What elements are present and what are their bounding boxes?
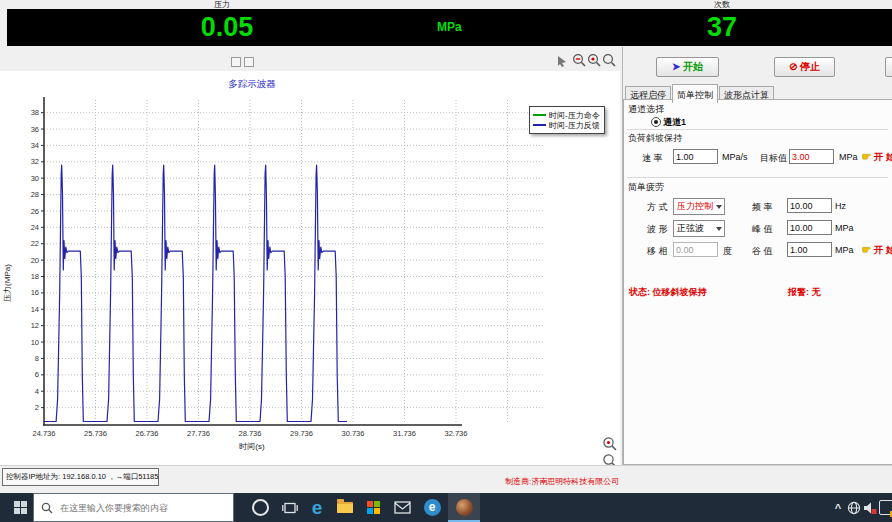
svg-text:24: 24 [31, 223, 39, 232]
peak-input[interactable] [787, 220, 832, 235]
volume-button[interactable] [862, 493, 878, 522]
group-separator [627, 129, 888, 130]
legend-entry: 时间-压力反馈 [533, 120, 600, 130]
browser-button[interactable]: e [418, 493, 446, 522]
application-window: { "displays": { "pressure": { "label": "… [0, 0, 892, 522]
start-menu-button[interactable] [6, 493, 34, 522]
valley-unit: MPa [835, 245, 854, 255]
wave-label: 波 形 [647, 223, 668, 236]
rate-input[interactable] [673, 149, 718, 164]
file-explorer-button[interactable] [331, 493, 359, 522]
rate-unit: MPa/s [722, 152, 748, 162]
active-app-button[interactable] [448, 493, 480, 522]
svg-text:10: 10 [31, 338, 39, 347]
edge-icon: e [312, 493, 323, 522]
oscilloscope-chart: 246810121416182022242628303234363824.736… [0, 71, 620, 465]
internet-explorer-icon: e [424, 499, 441, 516]
pressure-value: 0.05 [120, 9, 334, 46]
store-icon [367, 501, 380, 514]
target-input[interactable] [789, 149, 834, 164]
zoom-in-icon[interactable] [602, 53, 616, 67]
svg-text:24.736: 24.736 [33, 429, 56, 438]
svg-text:26.736: 26.736 [136, 429, 159, 438]
network-button[interactable] [846, 493, 862, 522]
legend-swatch-feedback [533, 124, 546, 126]
start-button-label: 开始 [683, 61, 703, 72]
value-display-bar: 0.05 MPa 37 [7, 9, 892, 46]
pressure-unit: MPa [437, 9, 462, 46]
edge-button[interactable]: e [303, 493, 331, 522]
count-value: 37 [615, 9, 829, 46]
pressure-display-label: 压力 [180, 0, 264, 9]
search-icon [41, 502, 53, 514]
panel-square-icon[interactable] [244, 57, 254, 67]
task-view-button[interactable] [276, 493, 304, 522]
peak-label: 峰 值 [752, 223, 773, 236]
mode-label: 方 式 [647, 201, 668, 214]
legend-swatch-command [533, 114, 546, 116]
fatigue-group-label: 简单疲劳 [628, 181, 664, 194]
ime-button[interactable] [878, 493, 892, 522]
task-view-icon [282, 501, 298, 515]
tab-bar: 远程启停简单控制波形点计算 [625, 84, 775, 99]
stop-icon: ⊘ [789, 61, 797, 72]
mode-select[interactable]: 压力控制 [673, 198, 725, 215]
svg-text:31.736: 31.736 [393, 429, 416, 438]
svg-text:8: 8 [35, 354, 39, 363]
valley-input[interactable] [787, 242, 832, 257]
zoom-in-corner-icon[interactable] [602, 436, 617, 451]
ramp-group-label: 负荷斜坡保持 [628, 132, 682, 145]
channel-1-radio[interactable] [651, 117, 661, 127]
store-button[interactable] [359, 493, 387, 522]
folder-icon [337, 502, 353, 513]
stop-button[interactable]: ⊘ 停止 [774, 57, 835, 77]
speaker-muted-icon [863, 501, 877, 515]
count-display-label: 次数 [680, 0, 764, 9]
svg-text:29.736: 29.736 [290, 429, 313, 438]
cortana-button[interactable] [246, 493, 274, 522]
svg-text:时间(s): 时间(s) [239, 442, 265, 451]
channel-1-radio-label: 通道1 [663, 116, 686, 129]
freq-input[interactable] [787, 198, 832, 213]
svg-text:26: 26 [31, 207, 39, 216]
tray-expand-button[interactable]: ^ [830, 493, 846, 522]
fatigue-go-label: 开 始 [874, 244, 892, 255]
target-label: 目标值 [760, 152, 787, 165]
ime-icon [879, 500, 892, 515]
target-unit: MPa [839, 152, 858, 162]
app-logo-icon [456, 499, 473, 516]
phase-input[interactable] [673, 242, 718, 257]
svg-text:6: 6 [35, 370, 39, 379]
wave-select-value: 正弦波 [677, 223, 704, 233]
rate-label: 速 率 [642, 152, 663, 165]
chart-legend: 时间-压力命令 时间-压力反馈 [529, 106, 605, 134]
chevron-down-icon [716, 205, 722, 209]
status-text: 状态: 位移斜坡保持 [629, 286, 707, 299]
svg-text:压力(MPa): 压力(MPa) [3, 264, 12, 302]
cursor-icon[interactable] [557, 55, 568, 67]
zoom-out-icon[interactable] [572, 53, 586, 67]
taskbar-search[interactable] [33, 493, 234, 522]
svg-text:30.736: 30.736 [342, 429, 365, 438]
wave-select[interactable]: 正弦波 [673, 220, 725, 237]
svg-text:16: 16 [31, 288, 39, 297]
svg-text:22: 22 [31, 239, 39, 248]
search-input[interactable] [58, 502, 222, 514]
tab-simple-control[interactable]: 简单控制 [672, 84, 718, 103]
svg-text:36: 36 [31, 125, 39, 134]
svg-text:28.736: 28.736 [239, 429, 262, 438]
mail-button[interactable] [388, 493, 416, 522]
ramp-go-label: 开 始 [874, 151, 892, 162]
fatigue-go-button[interactable]: ☛ 开 始 [862, 244, 892, 257]
ramp-go-button[interactable]: ☛ 开 始 [862, 151, 892, 164]
controller-ip-text: 控制器IP地址为: 192.168.0.10 ，→端口51185 [2, 468, 159, 486]
phase-label: 移 相 [647, 245, 668, 258]
peak-unit: MPa [835, 223, 854, 233]
zoom-select-icon[interactable] [587, 53, 601, 67]
svg-text:28: 28 [31, 190, 39, 199]
extra-button[interactable] [885, 57, 892, 77]
mode-select-value: 压力控制 [677, 201, 713, 211]
start-button[interactable]: ➤ 开始 [656, 57, 719, 77]
panel-square-icon[interactable] [231, 57, 241, 67]
windows-logo-icon [14, 501, 27, 514]
